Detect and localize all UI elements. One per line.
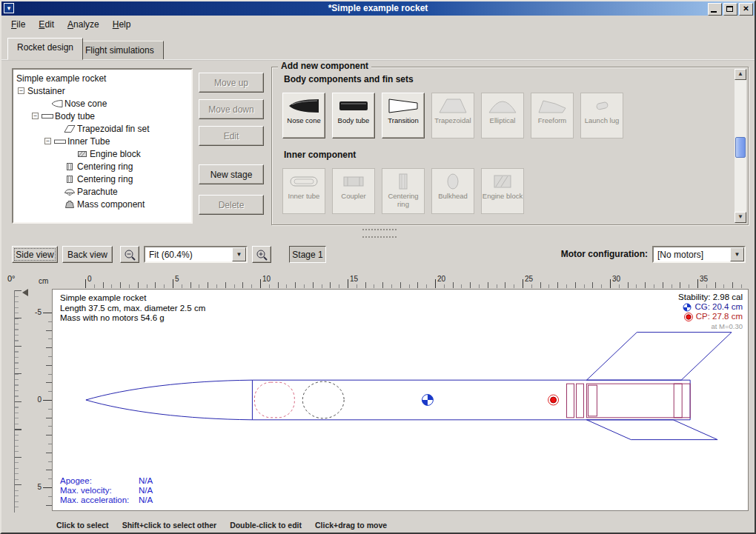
tree-item-sustainer[interactable]: − Sustainer (13, 84, 191, 97)
hint-click-select: Click to select (56, 521, 109, 530)
tab-flight-simulations[interactable]: Flight simulations (76, 41, 164, 60)
launch-lug-icon (586, 96, 618, 116)
max-velocity-label: Max. velocity: (60, 486, 139, 495)
inner-tube-icon (54, 137, 67, 146)
tree-item-inner-tube[interactable]: − Inner Tube (13, 135, 191, 147)
tree-item-nose-cone[interactable]: Nose cone (13, 97, 191, 110)
minimize-button[interactable] (708, 3, 722, 16)
chevron-down-icon[interactable]: ▼ (232, 247, 246, 261)
cp-marker (548, 395, 559, 405)
maximize-icon (726, 6, 733, 12)
component-scrollbar[interactable]: ▲ ▼ (735, 69, 746, 223)
tree-item-engine-block[interactable]: Engine block (13, 147, 191, 160)
scroll-down-icon[interactable]: ▼ (735, 212, 746, 223)
cp-value: CP: 27.8 cm (696, 312, 743, 321)
stage-1-toggle[interactable]: Stage 1 (289, 246, 326, 263)
zoom-level-value: Fit (60.4%) (145, 250, 232, 260)
title-bar[interactable]: ▾ *Simple example rocket ✕ (1, 1, 755, 16)
collapse-icon[interactable]: − (18, 87, 24, 94)
ruler-label: 0 (87, 275, 92, 283)
component-button-label: Trapezoidal (434, 116, 471, 124)
delete-button: Delete (199, 195, 264, 215)
flight-data: Apogee:N/A Max. velocity:N/A Max. accele… (60, 476, 153, 505)
zoom-level-select[interactable]: Fit (60.4%) ▼ (144, 246, 248, 263)
menu-file[interactable]: File (4, 17, 32, 32)
freeform-fin-icon (536, 96, 568, 116)
component-button-label: Centering ring (388, 192, 418, 208)
rocket-name: Simple example rocket (60, 293, 205, 304)
tab-rocket-design[interactable]: Rocket design (7, 38, 83, 60)
scroll-up-icon[interactable]: ▲ (735, 69, 746, 80)
component-button-label: Engine block (483, 192, 523, 200)
splitter-handle[interactable] (362, 229, 397, 238)
vertical-ruler-ticks (36, 313, 52, 511)
centering-ring-icon (64, 162, 77, 171)
new-stage-button[interactable]: New stage (199, 164, 264, 184)
component-button-label: Coupler (341, 192, 365, 200)
menu-help[interactable]: Help (106, 17, 138, 32)
mach-condition: at M=0.30 (711, 321, 743, 331)
tree-item-rocket[interactable]: Simple example rocket (13, 72, 191, 84)
rotation-slider-thumb[interactable] (22, 289, 28, 296)
rocket-info: Simple example rocket Length 37.5 cm, ma… (60, 293, 205, 324)
parachute-icon (64, 187, 77, 196)
body-tube-icon (42, 112, 55, 121)
tree-item-label: Nose cone (64, 99, 107, 109)
inner-component-label: Inner component (284, 150, 356, 160)
motor-configuration-select[interactable]: [No motors] ▼ (652, 246, 746, 263)
tree-item-parachute[interactable]: Parachute (13, 185, 191, 198)
zoom-in-icon (255, 248, 268, 261)
collapse-icon[interactable]: − (32, 113, 39, 119)
back-view-button[interactable]: Back view (62, 246, 113, 263)
move-up-button: Move up (199, 73, 264, 93)
menu-analyze-mnemonic: A (67, 19, 73, 30)
hint-double-click: Double-click to edit (230, 521, 302, 530)
add-trapezoidal-fin-button: Trapezoidal (431, 93, 474, 138)
ruler-label: 0 (37, 396, 42, 404)
tree-item-mass-component[interactable]: Mass component (13, 198, 191, 210)
ruler-label: 5 (175, 275, 179, 283)
component-button-label: Body tube (338, 116, 370, 124)
bulkhead-icon (437, 172, 469, 191)
add-nose-cone-button[interactable]: Nose cone (282, 93, 325, 138)
vertical-ruler: -5 0 5 (36, 289, 52, 511)
window-controls: ✕ (708, 3, 753, 16)
engine-block-icon (76, 150, 90, 158)
tree-item-label: Body tube (55, 111, 95, 121)
add-freeform-fin-button: Freeform (531, 93, 574, 138)
add-body-tube-button[interactable]: Body tube (332, 93, 375, 138)
app-window: ▾ *Simple example rocket ✕ File Edit Ana… (0, 0, 756, 534)
motor-configuration-value: [No motors] (654, 250, 730, 260)
rotation-value: 0° (7, 274, 16, 283)
rocket-mass: Mass with no motors 54.6 g (60, 313, 205, 324)
rotation-slider[interactable] (14, 290, 24, 513)
close-button[interactable]: ✕ (739, 3, 753, 16)
tree-item-centering-ring-2[interactable]: Centering ring (13, 173, 191, 185)
tree-item-trapezoidal-fin-set[interactable]: Trapezoidal fin set (13, 122, 191, 135)
rocket-dimensions: Length 37.5 cm, max. diameter 2.5 cm (60, 304, 205, 314)
add-centering-ring-button: Centering ring (382, 168, 425, 214)
motor-configuration-label: Motor configuration: (561, 249, 648, 259)
rocket-drawing[interactable]: Simple example rocket Length 37.5 cm, ma… (52, 289, 749, 511)
maximize-button[interactable] (723, 3, 737, 16)
move-down-button: Move down (199, 99, 264, 119)
engine-block-icon (486, 172, 519, 191)
minimize-icon (711, 11, 717, 13)
rocket-canvas-area: 0° cm 0 5 10 15 20 25 30 35 -5 0 5 (1, 271, 755, 518)
side-view-button[interactable]: Side view (12, 246, 58, 263)
tree-item-body-tube[interactable]: − Body tube (13, 110, 191, 122)
zoom-in-button[interactable] (252, 246, 271, 263)
scrollbar-thumb[interactable] (735, 137, 746, 158)
transition-icon (387, 96, 420, 116)
zoom-out-icon (123, 248, 136, 261)
component-button-label: Transition (388, 116, 418, 124)
zoom-out-button[interactable] (120, 246, 139, 263)
centering-ring-icon (64, 175, 77, 184)
chevron-down-icon[interactable]: ▼ (730, 247, 744, 261)
add-transition-button[interactable]: Transition (382, 93, 425, 138)
collapse-icon[interactable]: − (44, 138, 51, 144)
tree-item-centering-ring-1[interactable]: Centering ring (13, 160, 191, 173)
menu-analyze[interactable]: Analyze (61, 17, 106, 32)
menu-edit[interactable]: Edit (32, 17, 61, 32)
max-acceleration-value: N/A (139, 495, 153, 505)
